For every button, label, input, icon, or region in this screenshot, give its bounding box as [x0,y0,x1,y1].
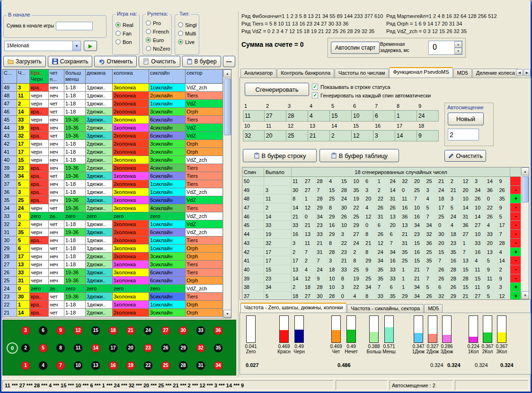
radio-singl[interactable]: Singl [178,21,199,29]
roulette-number[interactable]: 29 [178,343,188,353]
radio-fan[interactable]: Fan [115,29,139,37]
roulette-number[interactable]: 14 [91,343,100,353]
roulette-number[interactable]: 3 [21,326,30,335]
roulette-number[interactable]: 28 [178,361,188,370]
begin-sum-input[interactable] [56,22,93,30]
history-row[interactable]: 4419кра..неч19-362дюжи..1колонка4сиклайн… [3,124,231,132]
history-row[interactable]: 3834кра..чет19-363дюжи..1колонка6сиклайн… [3,172,231,180]
gen-table-row[interactable]: 4811812825241920223111741831026035+ [242,194,529,203]
load-button[interactable]: Загрузить [3,56,46,67]
roulette-number[interactable]: 18 [108,326,118,335]
checkbox-show-in-status[interactable]: ✓ Показывать в строке статуса [312,84,390,90]
checkbox-generate-each-spin[interactable]: ✓ Генерировать на каждый спин автоматиче… [312,92,431,98]
spinner-down-icon[interactable]: ▼ [454,48,462,54]
roulette-number[interactable]: 9 [56,326,65,335]
roulette-number[interactable]: 4 [38,361,48,370]
tab-Контроль банкролла[interactable]: Контроль банкролла [277,69,334,78]
radio-real[interactable]: Real [115,21,139,29]
radio-live[interactable]: Live [178,38,199,46]
autoshift-input[interactable] [448,129,479,140]
roulette-number[interactable]: 22 [143,361,153,370]
spinner-up-icon[interactable]: ▲ [454,41,462,48]
history-row[interactable]: 4015черннеч1-182дюжи..3колонка3сиклайнVd… [3,156,231,164]
roulette-number[interactable]: 17 [108,343,118,353]
scroll-down-icon[interactable]: ▼ [521,291,529,299]
roulette-number[interactable]: 27 [161,326,170,335]
history-row[interactable]: 2817черннеч1-182дюжи..2колонка3сиклайнOr… [3,253,231,261]
scrollbar-thumb[interactable] [224,79,231,135]
tab-scroll-right[interactable]: ▶ [523,69,531,76]
gen-table-row[interactable]: 4721412298302242626161051751410229- [242,203,529,212]
roulette-number[interactable]: 7 [56,361,65,370]
tab-MD5[interactable]: MD5 [453,69,472,78]
history-row[interactable]: 4117черннеч1-182дюжи..2колонка3сиклайнOr… [3,148,231,156]
history-row[interactable]: 363кра..неч1-181дюжи..3колонка1сиклайнVd… [3,188,231,196]
history-row[interactable]: 493кра..неч1-181дюжи..3колонка1сиклайнVd… [3,84,231,92]
copy-buffer-button[interactable]: В буфер [182,56,221,67]
roulette-number[interactable]: 10 [73,361,83,370]
radio-multi[interactable]: Multi [178,29,199,37]
history-row[interactable]: 2713черннеч1-182дюжи..1колонка3сиклайнTi… [3,261,231,269]
roulette-number[interactable]: 20 [126,343,135,353]
gen-table-row[interactable]: 4217273128232824343516251535716134+ [242,248,529,257]
history-row[interactable]: 322чернчет1-181дюжи..2колонка1сиклайнVdZ [3,220,231,228]
roulette-number[interactable]: 8 [56,343,65,353]
roulette-number[interactable]: 24 [143,326,153,335]
roulette-number[interactable]: 15 [91,326,100,335]
roulette-number[interactable]: 36 [213,326,223,335]
gen-table-row[interactable]: 411717273218293416251535716134514- [242,256,529,265]
collapse-button[interactable]: — [223,56,235,67]
generated-table-scrollbar[interactable]: ▲ ▼ [521,167,529,299]
gen-table-row[interactable]: 4614210342926251231133616725243114265- [242,212,529,221]
roulette-number[interactable]: 26 [161,343,170,353]
roulette-number[interactable]: 5 [38,343,48,353]
history-row[interactable]: 2531черннеч19-363дюжи..1колонка6сиклайнO… [3,277,231,285]
clear-button[interactable]: Очистить [139,56,180,67]
history-row[interactable]: 4533черннеч19-363дюжи..3колонка6сиклайнT… [3,116,231,124]
history-row[interactable]: 240zeroze..zerozerozerozeroVdZ_zch [3,285,231,293]
tab-Анализатор[interactable]: Анализатор [240,69,276,78]
roulette-number[interactable]: 19 [126,361,135,370]
history-row[interactable]: 305кра..неч1-181дюжи..2колонка1сиклайнTi… [3,236,231,245]
history-row[interactable]: 3424чернчет19-362дюжи..3колонка4сиклайнT… [3,204,231,212]
history-row[interactable]: 3135черннеч19-363дюжи..2колонка6сиклайнV… [3,228,231,236]
scrollbar-thumb[interactable] [522,176,529,202]
copy-table-button[interactable]: В буфер таблицу [319,149,399,162]
radio-nozero[interactable]: NoZero [146,44,171,52]
history-row[interactable]: 4332кра..чет19-363дюжи..2колонка6сиклайн… [3,132,231,140]
history-row[interactable]: 375кра..неч1-181дюжи..2колонка1сиклайнTi… [3,180,231,188]
roulette-number[interactable]: 13 [91,361,100,370]
history-row[interactable]: 4811черннеч1-181дюжи..2колонка2сиклайнTi… [3,92,231,100]
gen-table-row[interactable]: 4015134241833259353312172628151192- [242,265,529,274]
delay-spinner[interactable]: 0 ▲ ▼ [428,41,462,55]
tab-Деление колеса на[interactable]: Деление колеса на [472,69,518,78]
history-row[interactable]: 330zeroze..zerozerozerozeroVdZ_zch [3,212,231,220]
play-button[interactable]: ▶ [84,41,97,51]
roulette-number[interactable]: 23 [143,343,153,353]
gen-table-row[interactable]: 50112728415106124322025212123149 [242,177,529,186]
radio-bon[interactable]: Bon [115,38,139,46]
roulette-number[interactable]: 32 [196,343,205,353]
history-row[interactable]: 296чернчет1-181дюжи..3колонка1сиклайнOrp… [3,245,231,253]
history-row[interactable]: 472чернчет1-181дюжи..2колонка1сиклайнVdZ [3,100,231,108]
roulette-number[interactable]: 30 [178,326,188,335]
roulette-number[interactable]: 33 [196,326,205,335]
history-row[interactable]: 4614кра..чет1-182дюжи..2колонка3сиклайнO… [3,108,231,116]
scroll-down-icon[interactable]: ▼ [223,310,231,318]
tab-Функционал PsevdoMS[interactable]: Функционал PsevdoMS [389,67,452,78]
history-row[interactable]: 4217черннеч1-182дюжи..2колонка3сиклайнOr… [3,140,231,148]
freq-tab-Частота - сиклайны, сектора[interactable]: Частота - сиклайны, сектора [347,304,424,313]
history-row[interactable]: 3525кра..неч19-363дюжи..1колонка5сиклайн… [3,196,231,204]
roulette-number[interactable]: 6 [38,326,48,335]
combo-dropdown-button[interactable]: ▼ [73,41,81,51]
scroll-up-icon[interactable]: ▲ [521,167,529,175]
gen-table-row[interactable]: 4933027715283532140253242120343626- [242,186,529,195]
roulette-number[interactable]: 1 [21,361,30,370]
roulette-number[interactable]: 35 [213,343,223,353]
freq-tab-MD5[interactable]: MD5 [424,304,443,313]
radio-french[interactable]: French [146,27,171,35]
scroll-up-icon[interactable]: ▲ [223,70,231,78]
gen-table-row[interactable]: 37518273028048333529342632292127512+ [242,292,529,300]
freq-tab-Частота - Zero, шансы, дюжины, колонки[interactable]: Частота - Zero, шансы, дюжины, колонки [240,303,346,313]
roulette-number[interactable]: 34 [213,361,223,370]
